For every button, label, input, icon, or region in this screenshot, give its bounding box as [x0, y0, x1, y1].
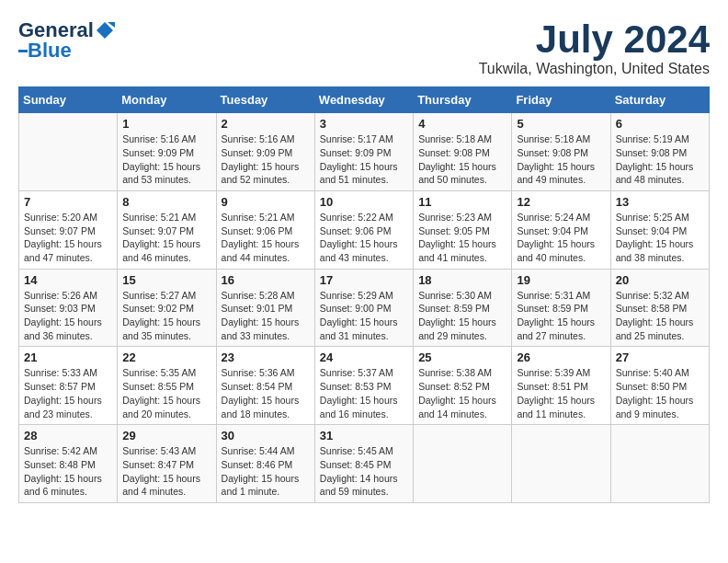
calendar-header-monday: Monday: [118, 87, 216, 113]
day-info: Sunrise: 5:21 AMSunset: 9:06 PMDaylight:…: [222, 211, 310, 265]
day-info: Sunrise: 5:40 AMSunset: 8:50 PMDaylight:…: [616, 366, 704, 420]
day-info: Sunrise: 5:27 AMSunset: 9:02 PMDaylight:…: [122, 289, 210, 343]
day-info: Sunrise: 5:23 AMSunset: 9:05 PMDaylight:…: [418, 211, 506, 265]
calendar-cell: 3Sunrise: 5:17 AMSunset: 9:09 PMDaylight…: [314, 113, 413, 191]
day-info: Sunrise: 5:33 AMSunset: 8:57 PMDaylight:…: [24, 366, 112, 420]
day-number: 21: [24, 350, 112, 364]
day-number: 26: [517, 350, 605, 364]
calendar-header-wednesday: Wednesday: [314, 87, 413, 113]
calendar-cell: 4Sunrise: 5:18 AMSunset: 9:08 PMDaylight…: [414, 113, 512, 191]
calendar-cell: 27Sunrise: 5:40 AMSunset: 8:50 PMDayligh…: [610, 347, 709, 425]
calendar-cell: 24Sunrise: 5:37 AMSunset: 8:53 PMDayligh…: [314, 347, 413, 425]
calendar-cell: 5Sunrise: 5:18 AMSunset: 9:08 PMDaylight…: [512, 113, 610, 191]
calendar-week-row: 28Sunrise: 5:42 AMSunset: 8:48 PMDayligh…: [19, 425, 710, 503]
calendar-cell: 21Sunrise: 5:33 AMSunset: 8:57 PMDayligh…: [19, 347, 118, 425]
day-info: Sunrise: 5:28 AMSunset: 9:01 PMDaylight:…: [222, 289, 310, 343]
calendar-cell: 14Sunrise: 5:26 AMSunset: 9:03 PMDayligh…: [19, 269, 118, 347]
day-number: 4: [418, 117, 506, 131]
calendar-week-row: 21Sunrise: 5:33 AMSunset: 8:57 PMDayligh…: [19, 347, 710, 425]
day-number: 16: [222, 273, 310, 287]
calendar-header-thursday: Thursday: [414, 87, 512, 113]
day-info: Sunrise: 5:30 AMSunset: 8:59 PMDaylight:…: [418, 289, 506, 343]
day-info: Sunrise: 5:17 AMSunset: 9:09 PMDaylight:…: [320, 132, 408, 187]
day-info: Sunrise: 5:24 AMSunset: 9:04 PMDaylight:…: [517, 211, 605, 265]
day-info: Sunrise: 5:43 AMSunset: 8:47 PMDaylight:…: [122, 444, 210, 499]
day-number: 30: [222, 429, 310, 442]
calendar-header-row: SundayMondayTuesdayWednesdayThursdayFrid…: [19, 87, 710, 113]
calendar-cell: 23Sunrise: 5:36 AMSunset: 8:54 PMDayligh…: [216, 347, 314, 425]
day-info: Sunrise: 5:35 AMSunset: 8:55 PMDaylight:…: [122, 366, 210, 420]
calendar-cell: 19Sunrise: 5:31 AMSunset: 8:59 PMDayligh…: [512, 269, 610, 347]
day-info: Sunrise: 5:25 AMSunset: 9:04 PMDaylight:…: [616, 211, 704, 265]
day-info: Sunrise: 5:26 AMSunset: 9:03 PMDaylight:…: [24, 289, 112, 343]
calendar-cell: 2Sunrise: 5:16 AMSunset: 9:09 PMDaylight…: [216, 113, 314, 191]
calendar-cell: 22Sunrise: 5:35 AMSunset: 8:55 PMDayligh…: [118, 347, 216, 425]
calendar-header-sunday: Sunday: [19, 87, 118, 113]
day-number: 28: [24, 429, 112, 442]
day-number: 10: [320, 195, 408, 209]
day-info: Sunrise: 5:31 AMSunset: 8:59 PMDaylight:…: [517, 289, 605, 343]
day-number: 22: [122, 350, 210, 364]
day-info: Sunrise: 5:16 AMSunset: 9:09 PMDaylight:…: [122, 132, 210, 187]
logo: General Blue: [18, 18, 115, 61]
day-number: 23: [222, 350, 310, 364]
day-info: Sunrise: 5:22 AMSunset: 9:06 PMDaylight:…: [320, 211, 408, 265]
day-info: Sunrise: 5:32 AMSunset: 8:58 PMDaylight:…: [616, 289, 704, 343]
calendar-week-row: 7Sunrise: 5:20 AMSunset: 9:07 PMDaylight…: [19, 190, 710, 269]
calendar-cell: 16Sunrise: 5:28 AMSunset: 9:01 PMDayligh…: [216, 269, 314, 347]
calendar-cell: 18Sunrise: 5:30 AMSunset: 8:59 PMDayligh…: [414, 269, 512, 347]
day-info: Sunrise: 5:19 AMSunset: 9:08 PMDaylight:…: [616, 132, 704, 187]
calendar-cell: [414, 425, 512, 503]
day-number: 2: [222, 117, 310, 131]
logo-icon: [95, 20, 115, 40]
day-number: 27: [616, 350, 704, 364]
calendar-cell: 11Sunrise: 5:23 AMSunset: 9:05 PMDayligh…: [414, 190, 512, 269]
calendar-cell: [19, 113, 118, 191]
day-info: Sunrise: 5:18 AMSunset: 9:08 PMDaylight:…: [517, 132, 605, 187]
day-number: 3: [320, 117, 408, 131]
svg-marker-0: [97, 22, 113, 39]
day-info: Sunrise: 5:39 AMSunset: 8:51 PMDaylight:…: [517, 366, 605, 420]
day-number: 1: [122, 117, 210, 131]
calendar-cell: 9Sunrise: 5:21 AMSunset: 9:06 PMDaylight…: [216, 190, 314, 269]
day-info: Sunrise: 5:42 AMSunset: 8:48 PMDaylight:…: [24, 444, 112, 499]
calendar-cell: 29Sunrise: 5:43 AMSunset: 8:47 PMDayligh…: [118, 425, 216, 503]
day-number: 8: [122, 195, 210, 209]
calendar-header-tuesday: Tuesday: [216, 87, 314, 113]
calendar-cell: 30Sunrise: 5:44 AMSunset: 8:46 PMDayligh…: [216, 425, 314, 503]
page-header: General Blue July 2024 Tukwila, Washingt…: [18, 18, 710, 77]
day-info: Sunrise: 5:29 AMSunset: 9:00 PMDaylight:…: [320, 289, 408, 343]
day-number: 11: [418, 195, 506, 209]
day-number: 5: [517, 117, 605, 131]
calendar-cell: 1Sunrise: 5:16 AMSunset: 9:09 PMDaylight…: [118, 113, 216, 191]
calendar-cell: 12Sunrise: 5:24 AMSunset: 9:04 PMDayligh…: [512, 190, 610, 269]
calendar-cell: [610, 425, 709, 503]
calendar-cell: 15Sunrise: 5:27 AMSunset: 9:02 PMDayligh…: [118, 269, 216, 347]
day-number: 7: [24, 195, 112, 209]
calendar-title: July 2024: [479, 18, 710, 61]
day-number: 14: [24, 273, 112, 287]
calendar-table: SundayMondayTuesdayWednesdayThursdayFrid…: [18, 86, 710, 503]
calendar-cell: 20Sunrise: 5:32 AMSunset: 8:58 PMDayligh…: [610, 269, 709, 347]
logo-blue: Blue: [28, 40, 72, 61]
calendar-cell: 25Sunrise: 5:38 AMSunset: 8:52 PMDayligh…: [414, 347, 512, 425]
day-number: 19: [517, 273, 605, 287]
day-number: 20: [616, 273, 704, 287]
calendar-cell: 17Sunrise: 5:29 AMSunset: 9:00 PMDayligh…: [314, 269, 413, 347]
day-info: Sunrise: 5:44 AMSunset: 8:46 PMDaylight:…: [222, 444, 310, 499]
day-number: 12: [517, 195, 605, 209]
day-info: Sunrise: 5:16 AMSunset: 9:09 PMDaylight:…: [222, 132, 310, 187]
day-info: Sunrise: 5:45 AMSunset: 8:45 PMDaylight:…: [320, 444, 408, 499]
calendar-header-friday: Friday: [512, 87, 610, 113]
day-info: Sunrise: 5:37 AMSunset: 8:53 PMDaylight:…: [320, 366, 408, 420]
calendar-subtitle: Tukwila, Washington, United States: [479, 61, 710, 77]
day-info: Sunrise: 5:20 AMSunset: 9:07 PMDaylight:…: [24, 211, 112, 265]
calendar-week-row: 1Sunrise: 5:16 AMSunset: 9:09 PMDaylight…: [19, 113, 710, 191]
day-number: 24: [320, 350, 408, 364]
day-number: 6: [616, 117, 704, 131]
calendar-cell: 31Sunrise: 5:45 AMSunset: 8:45 PMDayligh…: [314, 425, 413, 503]
day-info: Sunrise: 5:18 AMSunset: 9:08 PMDaylight:…: [418, 132, 506, 187]
calendar-cell: [512, 425, 610, 503]
day-info: Sunrise: 5:36 AMSunset: 8:54 PMDaylight:…: [222, 366, 310, 420]
calendar-cell: 10Sunrise: 5:22 AMSunset: 9:06 PMDayligh…: [314, 190, 413, 269]
